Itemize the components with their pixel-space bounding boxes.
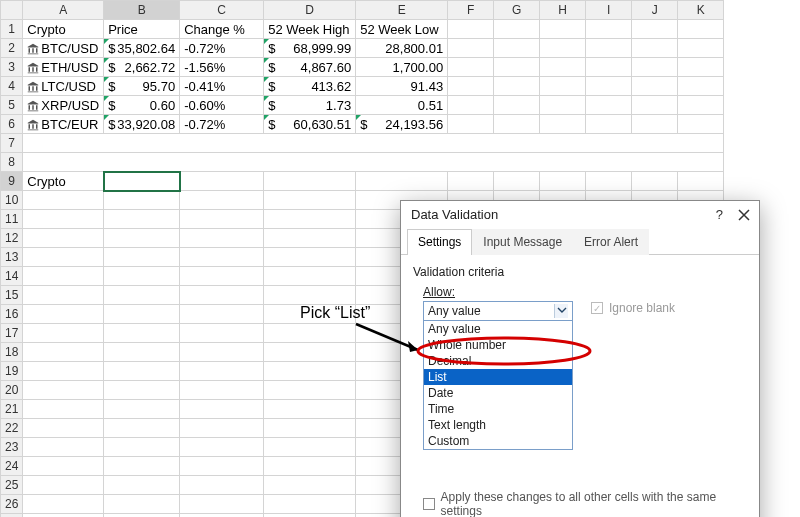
cell-B2[interactable]: $35,802.64 bbox=[104, 39, 180, 58]
cell-A6[interactable]: BTC/EUR bbox=[23, 115, 104, 134]
allow-selected-value: Any value bbox=[428, 304, 481, 318]
row-hdr-25[interactable]: 25 bbox=[1, 476, 23, 495]
row-hdr-8[interactable]: 8 bbox=[1, 153, 23, 172]
row-hdr-3[interactable]: 3 bbox=[1, 58, 23, 77]
cell-E5[interactable]: 0.51 bbox=[356, 96, 448, 115]
allow-option-decimal[interactable]: Decimal bbox=[424, 353, 572, 369]
col-hdr-F[interactable]: F bbox=[448, 1, 494, 20]
row-hdr-23[interactable]: 23 bbox=[1, 438, 23, 457]
col-hdr-B[interactable]: B bbox=[104, 1, 180, 20]
allow-combobox[interactable]: Any value Any valueWhole numberDecimalLi… bbox=[423, 301, 573, 450]
col-hdr-J[interactable]: J bbox=[632, 1, 678, 20]
row-hdr-6[interactable]: 6 bbox=[1, 115, 23, 134]
cell-A5[interactable]: XRP/USD bbox=[23, 96, 104, 115]
cell-A1[interactable]: Crypto bbox=[23, 20, 104, 39]
cell-B1[interactable]: Price bbox=[104, 20, 180, 39]
cell-A9[interactable]: Crypto bbox=[23, 172, 104, 191]
cell-C4[interactable]: -0.41% bbox=[180, 77, 264, 96]
col-hdr-C[interactable]: C bbox=[180, 1, 264, 20]
allow-option-custom[interactable]: Custom bbox=[424, 433, 572, 449]
col-hdr-A[interactable]: A bbox=[23, 1, 104, 20]
tab-error-alert[interactable]: Error Alert bbox=[573, 229, 649, 255]
row-hdr-21[interactable]: 21 bbox=[1, 400, 23, 419]
cell-E3[interactable]: 1,700.00 bbox=[356, 58, 448, 77]
row-hdr-17[interactable]: 17 bbox=[1, 324, 23, 343]
dialog-tabs: Settings Input Message Error Alert bbox=[401, 228, 759, 255]
cell-C3[interactable]: -1.56% bbox=[180, 58, 264, 77]
cell-B3[interactable]: $2,662.72 bbox=[104, 58, 180, 77]
row-hdr-9[interactable]: 9 bbox=[1, 172, 23, 191]
dialog-title: Data Validation bbox=[411, 207, 498, 222]
col-hdr-G[interactable]: G bbox=[494, 1, 540, 20]
allow-option-text-length[interactable]: Text length bbox=[424, 417, 572, 433]
cell-A2[interactable]: BTC/USD bbox=[23, 39, 104, 58]
cell-C5[interactable]: -0.60% bbox=[180, 96, 264, 115]
cell-D3[interactable]: $4,867.60 bbox=[264, 58, 356, 77]
apply-changes-checkbox[interactable]: Apply these changes to all other cells w… bbox=[423, 490, 747, 517]
row-hdr-24[interactable]: 24 bbox=[1, 457, 23, 476]
col-hdr-I[interactable]: I bbox=[586, 1, 632, 20]
tab-settings[interactable]: Settings bbox=[407, 229, 472, 255]
cell-D5[interactable]: $1.73 bbox=[264, 96, 356, 115]
cell-E1[interactable]: 52 Week Low bbox=[356, 20, 448, 39]
chevron-down-icon[interactable] bbox=[554, 304, 568, 318]
stock-icon bbox=[27, 62, 39, 74]
allow-option-whole-number[interactable]: Whole number bbox=[424, 337, 572, 353]
close-icon[interactable] bbox=[737, 208, 751, 222]
cell-A4[interactable]: LTC/USD bbox=[23, 77, 104, 96]
cell-C6[interactable]: -0.72% bbox=[180, 115, 264, 134]
cell-A3[interactable]: ETH/USD bbox=[23, 58, 104, 77]
select-all-corner[interactable] bbox=[1, 1, 23, 20]
row-hdr-7[interactable]: 7 bbox=[1, 134, 23, 153]
stock-icon bbox=[27, 100, 39, 112]
row-hdr-12[interactable]: 12 bbox=[1, 229, 23, 248]
row-hdr-22[interactable]: 22 bbox=[1, 419, 23, 438]
allow-option-list[interactable]: List bbox=[424, 369, 572, 385]
row-hdr-5[interactable]: 5 bbox=[1, 96, 23, 115]
row-hdr-2[interactable]: 2 bbox=[1, 39, 23, 58]
row-hdr-20[interactable]: 20 bbox=[1, 381, 23, 400]
cell-E4[interactable]: 91.43 bbox=[356, 77, 448, 96]
cell-D1[interactable]: 52 Week High bbox=[264, 20, 356, 39]
row-hdr-1[interactable]: 1 bbox=[1, 20, 23, 39]
row-hdr-15[interactable]: 15 bbox=[1, 286, 23, 305]
cell-E2[interactable]: 28,800.01 bbox=[356, 39, 448, 58]
col-hdr-E[interactable]: E bbox=[356, 1, 448, 20]
row-hdr-10[interactable]: 10 bbox=[1, 191, 23, 210]
cell-D6[interactable]: $60,630.51 bbox=[264, 115, 356, 134]
allow-option-any-value[interactable]: Any value bbox=[424, 321, 572, 337]
cell-D2[interactable]: $68,999.99 bbox=[264, 39, 356, 58]
row-hdr-18[interactable]: 18 bbox=[1, 343, 23, 362]
cell-C1[interactable]: Change % bbox=[180, 20, 264, 39]
cell-C2[interactable]: -0.72% bbox=[180, 39, 264, 58]
cell-B9-selected[interactable] bbox=[104, 172, 180, 191]
cell-B6[interactable]: $33,920.08 bbox=[104, 115, 180, 134]
row-hdr-27[interactable]: 27 bbox=[1, 514, 23, 518]
col-hdr-K[interactable]: K bbox=[678, 1, 724, 20]
stock-icon bbox=[27, 81, 39, 93]
validation-criteria-label: Validation criteria bbox=[413, 265, 747, 279]
col-hdr-D[interactable]: D bbox=[264, 1, 356, 20]
stock-icon bbox=[27, 119, 39, 131]
allow-dropdown-list[interactable]: Any valueWhole numberDecimalListDateTime… bbox=[424, 320, 572, 449]
ignore-blank-checkbox: ✓ Ignore blank bbox=[591, 301, 675, 315]
row-hdr-11[interactable]: 11 bbox=[1, 210, 23, 229]
data-validation-dialog: Data Validation ? Settings Input Message… bbox=[400, 200, 760, 517]
allow-option-date[interactable]: Date bbox=[424, 385, 572, 401]
stock-icon bbox=[27, 43, 39, 55]
row-hdr-14[interactable]: 14 bbox=[1, 267, 23, 286]
row-hdr-19[interactable]: 19 bbox=[1, 362, 23, 381]
allow-option-time[interactable]: Time bbox=[424, 401, 572, 417]
row-hdr-26[interactable]: 26 bbox=[1, 495, 23, 514]
cell-D4[interactable]: $413.62 bbox=[264, 77, 356, 96]
cell-E6[interactable]: $24,193.56 bbox=[356, 115, 448, 134]
help-icon[interactable]: ? bbox=[716, 207, 723, 222]
tab-input-message[interactable]: Input Message bbox=[472, 229, 573, 255]
row-hdr-13[interactable]: 13 bbox=[1, 248, 23, 267]
row-hdr-4[interactable]: 4 bbox=[1, 77, 23, 96]
col-hdr-H[interactable]: H bbox=[540, 1, 586, 20]
annotation-pick-list: Pick “List” bbox=[300, 304, 370, 322]
cell-B5[interactable]: $0.60 bbox=[104, 96, 180, 115]
row-hdr-16[interactable]: 16 bbox=[1, 305, 23, 324]
cell-B4[interactable]: $95.70 bbox=[104, 77, 180, 96]
